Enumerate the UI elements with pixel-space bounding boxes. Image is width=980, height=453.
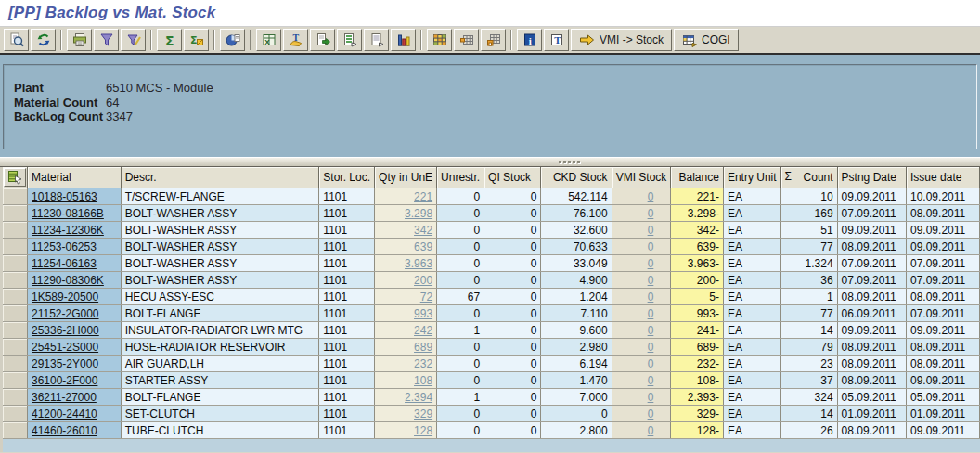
column-header-stor-loc[interactable]: Stor. Loc.	[319, 167, 375, 188]
vmi-stock-link[interactable]: 0	[648, 274, 654, 287]
t-display-button[interactable]: T	[544, 29, 569, 51]
material-link[interactable]: 36211-27000	[32, 391, 97, 404]
column-header-qty-in-une[interactable]: Qty in UnE	[375, 167, 437, 188]
vmi-stock-link[interactable]: 0	[648, 307, 654, 320]
splitter-bar[interactable]	[0, 157, 980, 167]
choose-layout-button[interactable]	[427, 29, 452, 51]
document-button[interactable]	[364, 29, 389, 51]
column-header-unrestr[interactable]: Unrestr.	[437, 167, 484, 188]
word-processing-button[interactable]: T	[283, 29, 308, 51]
column-header-qi-stock[interactable]: QI Stock	[484, 167, 541, 188]
total-button[interactable]: Σ	[157, 29, 182, 51]
row-selector[interactable]	[3, 205, 28, 222]
row-selector[interactable]	[3, 289, 28, 305]
vmi-stock-link[interactable]: 0	[648, 391, 654, 404]
column-header-entry-unit[interactable]: Entry Unit	[723, 167, 780, 188]
material-link[interactable]: 41200-24410	[32, 408, 97, 421]
qty-link[interactable]: 72	[420, 291, 432, 304]
qty-link[interactable]: 329	[414, 408, 432, 421]
info-button[interactable]: i	[517, 29, 542, 51]
qty-link[interactable]: 993	[414, 307, 432, 320]
qty-link[interactable]: 3.298	[405, 207, 432, 220]
material-link[interactable]: 25336-2H000	[32, 324, 99, 337]
material-link[interactable]: 21152-2G000	[32, 307, 99, 320]
vmi-stock-link[interactable]: 0	[648, 240, 654, 253]
row-selector[interactable]	[3, 372, 28, 389]
material-link[interactable]: 10188-05163	[32, 190, 97, 203]
vmi-stock-link[interactable]: 0	[648, 207, 654, 220]
material-link[interactable]: 36100-2F000	[32, 374, 97, 387]
row-selector[interactable]	[3, 222, 28, 239]
qty-link[interactable]: 342	[414, 224, 432, 237]
vmi-stock-link[interactable]: 0	[648, 357, 654, 370]
refresh-button[interactable]	[31, 29, 56, 51]
qty-link[interactable]: 200	[414, 274, 432, 287]
row-selector[interactable]	[3, 422, 28, 439]
vmi-stock-link[interactable]: 0	[648, 257, 654, 270]
delete-filter-button[interactable]	[121, 29, 146, 51]
select-all-button[interactable]	[4, 168, 26, 187]
row-selector[interactable]	[3, 406, 28, 422]
material-link[interactable]: 11234-12306K	[32, 224, 104, 237]
column-header-count[interactable]: ΣCount	[780, 167, 837, 188]
material-link[interactable]: 11254-06163	[32, 257, 97, 270]
qty-link[interactable]: 232	[414, 357, 432, 370]
cell-stor-loc: 1101	[319, 372, 375, 389]
row-selector[interactable]	[3, 339, 28, 356]
vmi-stock-link[interactable]: 0	[648, 341, 654, 354]
qty-link[interactable]: 689	[414, 341, 432, 354]
cell-count: 169	[780, 205, 837, 222]
material-link[interactable]: 11230-08166B	[32, 207, 104, 220]
column-header-balance[interactable]: Balance	[671, 167, 724, 188]
qty-link[interactable]: 639	[414, 240, 432, 253]
column-header-pstng-date[interactable]: Pstng Date	[837, 167, 906, 188]
row-selector[interactable]	[3, 239, 28, 255]
vmi-stock-link[interactable]: 0	[648, 224, 654, 237]
vmi-stock-link[interactable]: 0	[648, 424, 654, 437]
export-list-button[interactable]	[337, 29, 362, 51]
column-header-descr[interactable]: Descr.	[121, 167, 319, 188]
vmi-stock-link[interactable]: 0	[648, 190, 654, 203]
row-selector[interactable]	[3, 188, 28, 205]
row-selector[interactable]	[3, 272, 28, 289]
row-selector[interactable]	[3, 322, 28, 339]
row-selector[interactable]	[3, 356, 28, 372]
material-link[interactable]: 1K589-20500	[32, 291, 98, 304]
material-link[interactable]: 29135-2Y000	[32, 357, 98, 370]
qty-link[interactable]: 108	[414, 374, 432, 387]
vmi-stock-link[interactable]: 0	[648, 291, 654, 304]
vmi-stock-link[interactable]: 0	[648, 374, 654, 387]
splitter-grip-icon[interactable]	[559, 161, 580, 163]
column-header-issue-date[interactable]: Issue date	[907, 167, 980, 188]
change-layout-button[interactable]	[454, 29, 479, 51]
graphic-button[interactable]	[391, 29, 416, 51]
qty-link[interactable]: 3.963	[405, 257, 432, 270]
material-link[interactable]: 11290-08306K	[32, 274, 104, 287]
vmi-to-stock-button[interactable]: VMI -> Stock	[571, 29, 672, 51]
row-selector[interactable]	[3, 305, 28, 322]
material-link[interactable]: 41460-26010	[32, 424, 97, 437]
vmi-stock-link[interactable]: 0	[648, 324, 654, 337]
column-header-material[interactable]: Material	[28, 167, 122, 188]
print-button[interactable]	[67, 29, 92, 51]
row-selector[interactable]	[3, 255, 28, 272]
export-file-button[interactable]	[310, 29, 335, 51]
details-button[interactable]	[4, 29, 29, 51]
column-header-ckd-stock[interactable]: CKD Stock	[541, 167, 612, 188]
filter-button[interactable]	[94, 29, 119, 51]
qty-link[interactable]: 242	[414, 324, 432, 337]
vmi-stock-link[interactable]: 0	[648, 408, 654, 421]
qty-link[interactable]: 128	[414, 424, 432, 437]
detail-average-button[interactable]	[220, 29, 245, 51]
export-excel-button[interactable]: X	[256, 29, 281, 51]
material-link[interactable]: 25451-2S000	[32, 341, 98, 354]
qty-link[interactable]: 2.394	[405, 391, 432, 404]
qty-link[interactable]: 221	[414, 190, 432, 203]
cogi-button[interactable]: COGI	[674, 29, 739, 51]
row-selector[interactable]	[3, 389, 28, 406]
save-layout-button[interactable]	[481, 29, 506, 51]
column-header-vmi-stock[interactable]: VMI Stock	[612, 167, 671, 188]
cell-vmi-stock: 0	[612, 339, 671, 356]
subtotal-button[interactable]: Σ	[184, 29, 209, 51]
material-link[interactable]: 11253-06253	[32, 240, 97, 253]
